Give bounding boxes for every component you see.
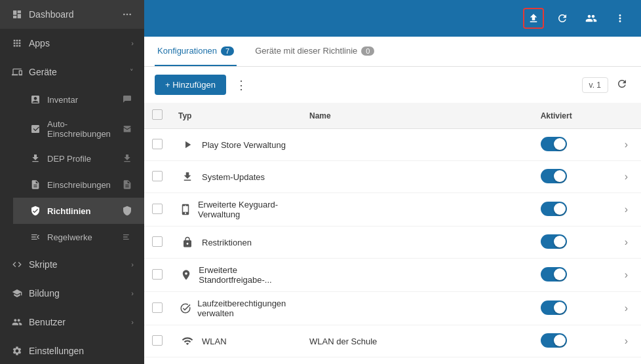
type-cell-4: Restriktionen [178, 233, 294, 251]
row-checkbox-1[interactable] [152, 139, 163, 149]
row-checkbox-5[interactable] [152, 269, 163, 280]
col-header-action [612, 103, 641, 129]
refresh-topbar-button[interactable] [552, 8, 573, 29]
restriktionen-icon [178, 233, 197, 251]
sidebar-item-apps[interactable]: Apps › [0, 29, 144, 58]
standort-icon [178, 266, 193, 284]
keyguard-icon [178, 200, 193, 219]
row-arrow-7[interactable]: › [619, 333, 633, 349]
chevron-down-icon: ˅ [130, 68, 134, 77]
toolbar-right: v. 1 [582, 75, 631, 95]
more-topbar-button[interactable] [610, 8, 631, 29]
toggle-knob-2 [554, 170, 566, 182]
type-cell-6: Laufzeitberechtigungen verwalten [178, 299, 294, 318]
benutzer-chevron-icon: › [131, 318, 134, 326]
svg-point-2 [123, 14, 125, 16]
bildung-chevron-icon: › [131, 289, 134, 297]
row-checkbox-2[interactable] [152, 171, 163, 181]
type-label-7: WLAN [202, 337, 227, 346]
configurations-table: Typ Name Aktiviert [144, 103, 641, 357]
toolbar: + Hinzufügen ⋮ v. 1 [144, 67, 641, 103]
type-cell-1: Play Store Verwaltung [178, 136, 294, 154]
topbar [144, 0, 641, 37]
inventar-action-icon [121, 93, 134, 106]
row-checkbox-4[interactable] [152, 236, 163, 247]
toggle-knob-5 [554, 268, 566, 280]
toggle-1[interactable] [541, 137, 567, 151]
name-cell-1 [301, 129, 533, 161]
type-label-5: Erweiterte Standortfreigabe-... [199, 265, 294, 285]
row-checkbox-3[interactable] [152, 204, 163, 214]
toggle-5[interactable] [541, 267, 567, 282]
add-button[interactable]: + Hinzufügen [155, 75, 226, 95]
sidebar-item-dashboard[interactable]: Dashboard [0, 0, 144, 29]
select-all-checkbox[interactable] [152, 109, 163, 120]
row-arrow-1[interactable]: › [619, 136, 633, 153]
upload-button[interactable] [523, 8, 544, 29]
type-label-2: System-Updates [202, 172, 265, 182]
sidebar-item-label: Benutzer [29, 317, 66, 327]
play-store-icon [178, 136, 197, 154]
sidebar-item-label: Dashboard [29, 9, 74, 20]
sidebar-item-dep-profile[interactable]: DEP Profile [13, 145, 144, 172]
table-container: Typ Name Aktiviert [144, 103, 641, 364]
type-cell-5: Erweiterte Standortfreigabe-... [178, 265, 294, 285]
table-row: WLAN WLAN der Schule › [144, 325, 641, 357]
toggle-knob-7 [554, 335, 566, 346]
col-header-aktiviert: Aktiviert [533, 103, 612, 129]
name-cell-6 [301, 292, 533, 325]
row-arrow-6[interactable]: › [619, 300, 633, 316]
tab-geraete-richtlinie[interactable]: Geräte mit dieser Richtlinie 0 [252, 37, 377, 66]
tab-geraete-richtlinie-label: Geräte mit dieser Richtlinie [255, 46, 357, 56]
toggle-2[interactable] [541, 169, 567, 183]
svg-point-0 [126, 14, 128, 16]
apps-icon [10, 37, 24, 50]
sidebar-item-einschreibungen[interactable]: Einschreibungen [13, 172, 144, 198]
row-arrow-3[interactable]: › [619, 201, 633, 217]
bildung-icon [10, 287, 24, 300]
sidebar-item-benutzer[interactable]: Benutzer › [0, 308, 144, 337]
toggle-3[interactable] [541, 202, 567, 216]
sidebar-item-label: DEP Profile [47, 154, 91, 164]
geraete-sub: Inventar Auto-Einschreibungen [0, 86, 144, 250]
row-arrow-2[interactable]: › [619, 168, 633, 185]
name-cell-4 [301, 227, 533, 259]
type-label-1: Play Store Verwaltung [202, 140, 286, 150]
tab-konfigurationen-label: Konfigurationen [157, 46, 217, 56]
name-cell-7: WLAN der Schule [301, 325, 533, 357]
sidebar-item-label: Geräte [29, 67, 57, 77]
dep-profile-icon [29, 152, 42, 165]
einschreibungen-icon [29, 178, 42, 191]
row-arrow-5[interactable]: › [619, 266, 633, 283]
sidebar-item-regelwerke[interactable]: Regelwerke [13, 224, 144, 250]
row-checkbox-6[interactable] [152, 302, 163, 313]
sidebar-item-bildung[interactable]: Bildung › [0, 279, 144, 308]
skripte-icon [10, 258, 24, 271]
table-row: System-Updates › [144, 161, 641, 193]
sidebar: Dashboard Apps › Geräte ˅ [0, 0, 144, 364]
type-cell-2: System-Updates [178, 168, 294, 186]
toggle-7[interactable] [541, 333, 567, 348]
toolbar-more-button[interactable]: ⋮ [231, 75, 251, 95]
tab-konfigurationen[interactable]: Konfigurationen 7 [155, 37, 237, 66]
devices-icon [10, 65, 24, 79]
row-arrow-4[interactable]: › [619, 234, 633, 250]
einstellungen-icon [10, 344, 24, 357]
toggle-6[interactable] [541, 300, 567, 315]
sidebar-item-geraete[interactable]: Geräte ˅ [0, 58, 144, 86]
sidebar-item-einstellungen[interactable]: Einstellungen [0, 337, 144, 364]
sidebar-item-richtlinien[interactable]: Richtlinien [13, 198, 144, 224]
toggle-knob-4 [554, 236, 566, 247]
type-cell-3: Erweiterte Keyguard-Verwaltung [178, 200, 294, 219]
toggle-4[interactable] [541, 234, 567, 249]
refresh-button[interactable] [613, 75, 631, 95]
users-topbar-button[interactable] [581, 8, 602, 29]
sidebar-item-skripte[interactable]: Skripte › [0, 250, 144, 279]
dashboard-action-icon [121, 8, 134, 21]
sidebar-item-inventar[interactable]: Inventar [13, 86, 144, 113]
table-row: Erweiterte Keyguard-Verwaltung › [144, 193, 641, 227]
table-row: Restriktionen › [144, 227, 641, 259]
richtlinien-icon [29, 204, 42, 217]
sidebar-item-auto-einschreibungen[interactable]: Auto-Einschreibungen [13, 113, 144, 145]
row-checkbox-7[interactable] [152, 335, 163, 346]
